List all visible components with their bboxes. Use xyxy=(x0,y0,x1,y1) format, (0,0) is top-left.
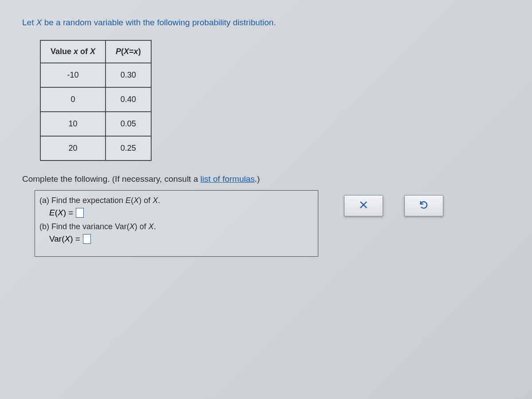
table-row: 20 0.25 xyxy=(40,136,151,160)
header-prob-close: ) xyxy=(138,47,141,56)
part-a-of: of xyxy=(141,196,153,205)
table-row: 10 0.05 xyxy=(40,112,151,136)
header-prob-fn: P xyxy=(116,47,121,56)
tool-buttons xyxy=(344,195,443,216)
distribution-table: Value x of X P(X=x) -10 0.30 0 0.40 10 0… xyxy=(40,40,152,161)
reset-button[interactable] xyxy=(404,195,443,216)
complete-suffix: .) xyxy=(255,174,260,184)
header-prob-eq: = xyxy=(129,47,134,56)
intro-variable: X xyxy=(36,18,42,27)
expectation-input[interactable] xyxy=(76,208,84,218)
part-b-equation: Var(X) = xyxy=(49,234,313,244)
part-b-of: of xyxy=(137,222,149,231)
problem-intro: Let X be a random variable with the foll… xyxy=(22,18,510,27)
cell-p: 0.40 xyxy=(106,87,151,112)
eq-b-var: X xyxy=(65,234,70,243)
table-row: -10 0.30 xyxy=(40,63,151,87)
undo-icon xyxy=(419,200,429,211)
header-value-suffix: of xyxy=(78,47,90,56)
part-b-var2: X xyxy=(149,222,154,231)
clear-button[interactable] xyxy=(344,195,383,216)
part-a-fn: E xyxy=(125,196,131,205)
part-a-equation: E(X) = xyxy=(49,208,313,218)
complete-instruction: Complete the following. (If necessary, c… xyxy=(22,174,510,184)
part-a-label: (a) Find the expectation E(X) of X. xyxy=(39,196,313,205)
part-a-var2: X xyxy=(153,196,158,205)
table-header-prob: P(X=x) xyxy=(106,40,151,63)
part-a-var: X xyxy=(133,196,139,205)
eq-a-sign: = xyxy=(66,208,73,217)
complete-prefix: Complete the following. (If necessary, c… xyxy=(22,174,200,184)
header-prob-bigvar: X xyxy=(124,47,129,56)
header-prob-var: x xyxy=(134,47,138,56)
header-value-var: x xyxy=(74,47,78,56)
table-header-value: Value x of X xyxy=(40,40,106,63)
eq-b-fn: Var xyxy=(49,234,62,243)
header-value-bigvar: X xyxy=(90,47,95,56)
cell-x: 10 xyxy=(40,112,106,136)
formulas-link[interactable]: list of formulas xyxy=(200,174,254,184)
cell-p: 0.25 xyxy=(106,136,151,160)
eq-a-fn: E xyxy=(49,208,55,217)
cell-x: 0 xyxy=(40,87,106,112)
eq-a-var: X xyxy=(58,208,63,217)
close-icon xyxy=(359,200,368,211)
part-b-text: (b) Find the variance Var xyxy=(39,222,127,231)
part-b-label: (b) Find the variance Var(X) of X. xyxy=(39,222,313,231)
cell-p: 0.05 xyxy=(106,112,151,136)
cell-x: -10 xyxy=(40,63,106,87)
intro-suffix: be a random variable with the following … xyxy=(42,18,276,27)
table-row: 0 0.40 xyxy=(40,87,151,112)
part-b-var: X xyxy=(129,222,135,231)
header-value-prefix: Value xyxy=(51,47,74,56)
eq-b-sign: = xyxy=(73,234,80,243)
part-b-end: . xyxy=(154,222,156,231)
intro-prefix: Let xyxy=(22,18,36,27)
part-a-text: (a) Find the expectation xyxy=(39,196,125,205)
cell-p: 0.30 xyxy=(106,63,151,87)
variance-input[interactable] xyxy=(83,234,91,244)
answer-box: (a) Find the expectation E(X) of X. E(X)… xyxy=(35,190,318,257)
cell-x: 20 xyxy=(40,136,106,160)
part-a-end: . xyxy=(158,196,160,205)
